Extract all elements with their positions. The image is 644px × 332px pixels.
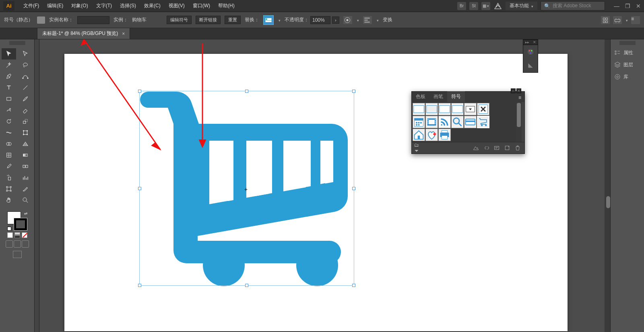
panel-collapse-icon[interactable]: ‹‹ xyxy=(511,88,516,93)
symbol-thumb-dropdown[interactable] xyxy=(464,103,477,115)
libraries-panel-button[interactable]: 库 xyxy=(611,71,644,83)
line-segment-tool[interactable] xyxy=(18,82,33,93)
lasso-tool[interactable] xyxy=(18,59,33,71)
symbol-thumb-film[interactable] xyxy=(425,116,438,128)
brushes-tab[interactable]: 画笔 xyxy=(429,91,447,102)
menu-view[interactable]: 视图(V) xyxy=(165,1,189,11)
symbol-thumb-card[interactable] xyxy=(464,116,477,128)
panel-close-icon[interactable]: ✕ xyxy=(516,88,521,93)
gradient-tool[interactable] xyxy=(18,150,33,161)
toolbox-grip[interactable] xyxy=(9,41,25,45)
align-icon[interactable] xyxy=(363,16,372,24)
new-symbol-icon[interactable] xyxy=(503,144,512,152)
layers-panel-button[interactable]: 图层 xyxy=(611,59,644,71)
vertical-scrollbar-thumb[interactable] xyxy=(606,196,610,208)
workspace-switcher[interactable]: 基本功能 xyxy=(506,2,537,10)
menu-file[interactable]: 文件(F) xyxy=(19,1,43,11)
restore-button[interactable]: ❐ xyxy=(625,3,630,9)
symbol-thumb-rss[interactable] xyxy=(438,116,451,128)
replace-chevron-icon[interactable] xyxy=(278,17,281,23)
symbol-thumb-calendar[interactable] xyxy=(413,116,425,128)
search-stock-input[interactable]: 🔍 搜索 Adobe Stock xyxy=(541,1,605,10)
stock-icon[interactable]: St xyxy=(469,2,478,10)
align-chev[interactable] xyxy=(376,17,379,23)
menu-effect[interactable]: 效果(C) xyxy=(140,1,165,11)
draw-inside-icon[interactable] xyxy=(22,240,29,248)
instance-name-input[interactable] xyxy=(77,16,109,24)
symbols-tab[interactable]: 符号 xyxy=(447,91,465,102)
free-transform-tool[interactable] xyxy=(18,127,33,138)
transform-label[interactable]: 变换 xyxy=(383,16,392,23)
width-tool[interactable] xyxy=(2,127,16,138)
color-mode-none[interactable] xyxy=(22,232,27,238)
opacity-chevron-icon[interactable]: › xyxy=(332,16,339,24)
symbol-def-icon[interactable] xyxy=(37,16,45,24)
dock-header[interactable]: ▸▸✕ xyxy=(523,39,538,45)
replace-symbol-dropdown[interactable] xyxy=(263,15,274,25)
color-mode-solid[interactable] xyxy=(7,232,13,238)
break-link-icon[interactable] xyxy=(482,144,491,152)
properties-panel-button[interactable]: 属性 xyxy=(611,47,644,59)
transform-chev[interactable] xyxy=(625,17,628,23)
edit-symbol-button[interactable]: 编辑符号 xyxy=(167,16,192,24)
slice-tool[interactable] xyxy=(18,183,33,195)
scale-tool[interactable] xyxy=(18,116,33,127)
graphic-styles-icon[interactable] xyxy=(343,16,352,24)
symbol-sprayer-tool[interactable] xyxy=(2,172,16,183)
symbol-thumb-box1[interactable] xyxy=(413,103,425,115)
color-panel-icon[interactable] xyxy=(523,45,538,59)
pen-tool[interactable] xyxy=(2,71,16,82)
symbol-libraries-menu-icon[interactable]: 🗂⏷ xyxy=(414,144,423,152)
panel-menu-icon[interactable]: ≡ xyxy=(631,16,640,24)
swatches-tab[interactable]: 色板 xyxy=(412,91,429,102)
canvas-area[interactable]: + xyxy=(39,39,605,332)
opacity-value[interactable]: 100% xyxy=(312,17,325,23)
selection-tool[interactable] xyxy=(2,48,16,59)
draw-normal-icon[interactable] xyxy=(6,240,13,248)
symbols-scrollbar[interactable] xyxy=(516,102,522,142)
menu-object[interactable]: 对象(O) xyxy=(67,1,92,11)
symbol-thumb-box4[interactable] xyxy=(451,103,464,115)
rotate-tool[interactable] xyxy=(2,116,16,127)
graphic-styles-chev[interactable] xyxy=(356,17,359,23)
minimize-button[interactable]: — xyxy=(614,3,619,9)
menu-type[interactable]: 文字(T) xyxy=(92,1,116,11)
menu-edit[interactable]: 编辑(E) xyxy=(43,1,67,11)
symbol-thumb-box2[interactable] xyxy=(425,103,438,115)
symbol-thumb-heart[interactable] xyxy=(425,129,438,141)
draw-behind-icon[interactable] xyxy=(14,240,21,248)
right-panel-grip[interactable] xyxy=(619,41,636,45)
symbol-options-icon[interactable] xyxy=(492,144,501,152)
hand-tool[interactable] xyxy=(2,195,16,206)
menu-help[interactable]: 帮助(H) xyxy=(214,1,239,11)
eraser-tool[interactable] xyxy=(18,105,33,116)
fill-stroke-swatch[interactable]: ⇄ xyxy=(7,211,27,231)
rectangle-tool[interactable] xyxy=(2,93,16,105)
symbol-thumb-cart[interactable] xyxy=(477,116,489,128)
symbol-thumb-home[interactable] xyxy=(413,129,425,141)
document-tab[interactable]: 未标题-1* @ 84% (RGB/GPU 预览) × xyxy=(37,28,130,39)
artboard-tool[interactable] xyxy=(2,183,16,195)
eyedropper-tool[interactable] xyxy=(2,161,16,172)
bridge-icon[interactable]: Br xyxy=(457,2,466,10)
color-guide-panel-icon[interactable] xyxy=(523,59,538,72)
symbol-thumb-printer[interactable] xyxy=(438,129,451,141)
isolate-mode-icon[interactable] xyxy=(601,16,610,24)
column-graph-tool[interactable] xyxy=(18,172,33,183)
mesh-tool[interactable] xyxy=(2,150,16,161)
shape-builder-tool[interactable] xyxy=(2,138,16,150)
color-mode-gradient[interactable] xyxy=(14,232,20,238)
blend-tool[interactable] xyxy=(18,161,33,172)
curvature-tool[interactable] xyxy=(18,71,33,82)
direct-selection-tool[interactable] xyxy=(18,48,33,59)
default-fill-stroke-icon[interactable] xyxy=(7,227,11,231)
break-link-button[interactable]: 断开链接 xyxy=(196,16,221,24)
paintbrush-tool[interactable] xyxy=(18,93,33,105)
close-window-button[interactable]: ✕ xyxy=(636,3,641,9)
screen-mode-icon[interactable] xyxy=(13,251,22,258)
magic-wand-tool[interactable] xyxy=(2,59,16,71)
swap-fill-stroke-icon[interactable]: ⇄ xyxy=(24,211,27,216)
arrange-docs-icon[interactable]: ▦ xyxy=(481,2,490,10)
symbol-instance-cart[interactable] xyxy=(140,92,355,287)
symbol-thumb-box3[interactable] xyxy=(438,103,451,115)
